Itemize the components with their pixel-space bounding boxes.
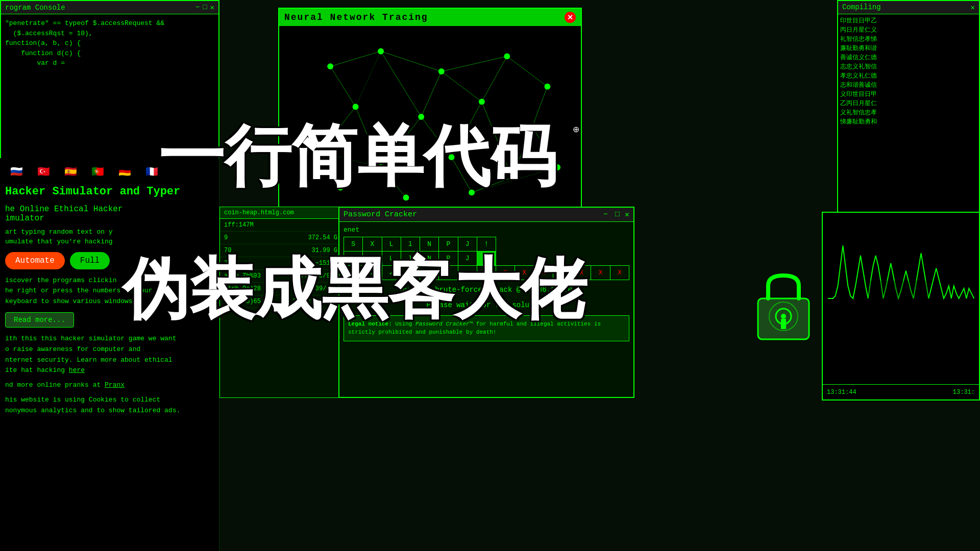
svg-point-48 — [781, 314, 786, 319]
grid-cross: X — [591, 266, 610, 280]
legal-label: Legal notice: — [348, 321, 392, 327]
waveform-timestamp-1: 13:31:44 — [827, 389, 856, 396]
grid-cell-highlight: 1 — [477, 252, 496, 266]
data-value-5: Diff: 39/656 — [293, 285, 337, 292]
flag-portugal[interactable]: 🇵🇹 — [86, 163, 109, 180]
flag-russia[interactable]: 🇷🇺 — [5, 163, 28, 180]
svg-text:⊕: ⊕ — [573, 125, 579, 134]
flag-germany[interactable]: 🇩🇪 — [113, 163, 136, 180]
flag-spain[interactable]: 🇪🇸 — [59, 163, 82, 180]
grid-cell: l — [401, 237, 420, 252]
pw-close[interactable]: ✕ — [625, 210, 629, 219]
code-line-1: "penetrate" == typeof $.accessRequest && — [5, 18, 214, 29]
grid-cell: P — [439, 237, 458, 252]
flag-france[interactable]: 🇫🇷 — [140, 163, 163, 180]
full-button[interactable]: Full — [70, 252, 110, 269]
brute-force-text-2: Please wait for the solution — [344, 299, 629, 311]
lock-icon — [753, 270, 814, 342]
program-console-titlebar: rogram Console − □ ✕ — [1, 1, 218, 14]
pranx-text: nd more online pranks at Pranx — [5, 380, 214, 391]
password-window-buttons[interactable]: − □ ✕ — [601, 210, 629, 219]
password-cracker-titlebar: Password Cracker − □ ✕ — [339, 208, 633, 222]
online-ethical-subtitle: he Online Ethical Hackerimulator — [5, 205, 214, 223]
grid-cross: X — [534, 266, 553, 280]
compiling-window: Compiling ✕ 印世目日甲乙 丙日月星仁义 礼智信忠孝悌 廉耻勤勇和谐 … — [837, 0, 980, 214]
pw-trademark: Password Cracker — [415, 321, 470, 327]
waveform-footer: 13:31:44 13:31: — [823, 384, 979, 399]
svg-rect-0 — [280, 26, 580, 210]
grid-cross: X — [610, 266, 629, 280]
data-value-1: 372.54 G — [308, 234, 337, 241]
data-row-3: 28 ~151 G — [220, 257, 341, 270]
password-content: enet S X L l N P J ! S X L l N P J 1 — [339, 222, 633, 345]
pw-url: enet — [344, 226, 629, 234]
code-line-5: var d = — [5, 58, 214, 68]
pw-maximize[interactable]: □ — [613, 210, 622, 219]
data-row-2: 70 31.99 G — [220, 244, 341, 257]
grid-cell: J — [458, 252, 477, 266]
maximize-btn[interactable]: □ — [203, 3, 207, 12]
grid-check: ✓ — [382, 266, 401, 280]
grid-cell: P — [439, 252, 458, 266]
grid-cell: N — [420, 252, 439, 266]
data-label-1: 9 — [224, 234, 228, 241]
grid-cell: S — [344, 237, 363, 252]
grid-cross: X — [553, 266, 572, 280]
data-value-2: 31.99 G — [312, 247, 337, 254]
compiling-title: Compiling — [842, 3, 881, 12]
compiling-content: 印世目日甲乙 丙日月星仁义 礼智信忠孝悌 廉耻勤勇和谐 善诚信义仁德 志忠义礼智… — [838, 14, 979, 212]
data-row-4: atch Zh%93 | Diff: 70/916 — [220, 270, 341, 283]
here-link[interactable]: here — [69, 366, 85, 374]
data-row-diff: iff:147M — [220, 219, 341, 232]
pw-minimize[interactable]: − — [601, 210, 610, 219]
neural-network-content: ⊕ — [279, 26, 581, 210]
pranx-link[interactable]: Pranx — [105, 381, 125, 389]
waveform-timestamp-2: 13:31: — [953, 389, 975, 396]
data-row-6: atch Kb)65 | Diff: 11/570 — [220, 295, 341, 308]
neural-network-svg: ⊕ — [279, 26, 581, 210]
program-console-window: rogram Console − □ ✕ "penetrate" == type… — [0, 0, 219, 163]
grid-check: ✓ — [401, 266, 420, 280]
minimize-btn[interactable]: − — [195, 3, 200, 12]
waveform-panel: 13:31:44 13:31: — [822, 212, 980, 400]
grid-cross: X — [496, 266, 515, 280]
flag-turkey[interactable]: 🇹🇷 — [32, 163, 55, 180]
close-btn[interactable]: ✕ — [210, 3, 214, 12]
neural-network-window: Neural Network Tracing ✕ — [278, 8, 582, 214]
compiling-close[interactable]: ✕ — [971, 3, 975, 12]
automate-button[interactable]: Automate — [5, 252, 65, 269]
password-grid: S X L l N P J ! S X L l N P J 1 ✓ ✓ — [344, 237, 629, 280]
legal-notice: Legal notice: Using Password Cracker™ fo… — [344, 315, 629, 341]
data-panel-header: coin-heap.htmlg.com — [220, 207, 341, 219]
left-panel: 🇷🇺 🇹🇷 🇪🇸 🇵🇹 🇩🇪 🇫🇷 Hacker Simulator and T… — [0, 158, 219, 551]
data-label-5: atch Qc)28 | — [224, 285, 268, 292]
data-row-5: atch Qc)28 | Diff: 39/656 — [220, 283, 341, 295]
code-line-2: ($.accessRqst = 10), — [5, 29, 214, 39]
data-value-3: ~151 G — [315, 260, 337, 267]
ethical-label: Ethical — [54, 205, 88, 214]
hacker-simulator-title: Hacker Simulator and Typer — [5, 185, 214, 199]
titlebar-buttons[interactable]: − □ ✕ — [195, 3, 214, 12]
data-value-4: Diff: 70/916 — [293, 272, 337, 280]
brute-force-text-1: Running brute-force attack @ 23.86.111.0 — [344, 284, 629, 295]
hacker-desc1: art typing random text on yumulate that … — [5, 227, 214, 247]
neural-network-title: Neural Network Tracing — [284, 12, 428, 22]
neural-close-button[interactable]: ✕ — [565, 12, 576, 23]
grid-cell: S — [344, 252, 363, 266]
program-console-title: rogram Console — [5, 4, 65, 12]
data-value-6: Diff: 11/570 — [293, 298, 337, 305]
console-content: "penetrate" == typeof $.accessRequest &&… — [1, 14, 218, 72]
grid-cell: l — [401, 252, 420, 266]
read-more-button[interactable]: Read more... — [5, 312, 74, 328]
grid-cell: X — [363, 252, 382, 266]
svg-rect-45 — [868, 281, 929, 361]
compiling-titlebar-buttons[interactable]: ✕ — [971, 3, 975, 12]
button-row: Automate Full — [5, 252, 214, 269]
svg-point-14 — [554, 164, 560, 170]
data-label-6: atch Kb)65 | — [224, 298, 268, 305]
grid-check: ✓ — [344, 266, 363, 280]
grid-cell: ! — [477, 237, 496, 252]
hacker-desc3: ith this this hacker simulator game we w… — [5, 334, 214, 376]
grid-check: ✓ — [363, 266, 382, 280]
grid-cross: X — [515, 266, 534, 280]
